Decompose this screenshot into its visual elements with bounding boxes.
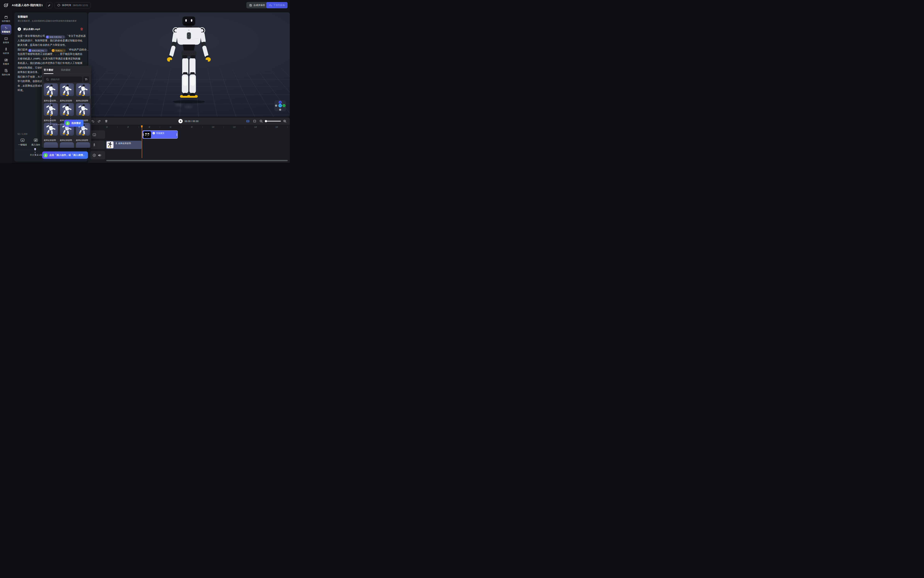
editor-text: 环境。: [18, 89, 25, 92]
material-thumbnail[interactable]: [60, 83, 74, 96]
playhead[interactable]: [141, 125, 143, 158]
editor-text: 用于物流和仓储的自: [60, 53, 83, 55]
tab-divider: [42, 74, 91, 74]
material-thumbnail[interactable]: [76, 83, 90, 96]
sidebar-item-1[interactable]: 动作模仿: [1, 14, 11, 24]
deploy-to-device-button[interactable]: 下发到设备: [266, 2, 288, 8]
delete-clip-button[interactable]: [104, 120, 108, 123]
one-click-arrange-button[interactable]: AI 一键编排: [16, 138, 28, 146]
material-card-label: 超帅走路姿势...: [44, 99, 58, 102]
audio-file-row: 默认名称1.mp3: [18, 27, 84, 31]
tutorial-step-2[interactable]: 2 选择素材: [64, 120, 83, 127]
rename-project-button[interactable]: [46, 2, 52, 8]
editor-text: 包括用于精密制造的工业机械臂、: [18, 53, 55, 55]
timeline-zoom-slider[interactable]: [265, 121, 281, 122]
expression-clip[interactable]: 害羞微笑: [142, 130, 178, 139]
editor-line: 我们提供☺哈哈大笑(10s)×「✦弯腰(5s)×「样化的产品组合，: [18, 47, 85, 52]
ruler-label: 0f: [104, 126, 110, 128]
material-card[interactable]: [60, 103, 74, 116]
sidebar-item-5[interactable]: 音频库: [1, 57, 11, 67]
editor-text: 专注于先进机器: [68, 34, 86, 37]
sidebar-item-label: 音频编排: [2, 31, 10, 33]
sidebar-item-6[interactable]: 我的任务: [1, 67, 11, 77]
motion-track-header[interactable]: [90, 141, 105, 149]
expression-bracket: 「: [66, 34, 68, 37]
viewport-3d[interactable]: Z X Y: [88, 12, 290, 117]
search-icon: [46, 78, 49, 81]
material-card[interactable]: [76, 83, 90, 96]
material-picker-popup: 官方素材 我的素材 超帅走路姿势...超帅走路姿势超帅走路姿势超帅走路姿势超帅走…: [42, 66, 91, 148]
volume-icon[interactable]: [98, 153, 101, 157]
filter-button[interactable]: [83, 76, 89, 82]
motion-clip[interactable]: 超帅走路姿势: [106, 141, 142, 149]
material-card-partial[interactable]: [60, 142, 74, 148]
sidebar-item-label: 动作库: [3, 52, 9, 55]
sidebar-item-label: 表情库: [3, 41, 9, 44]
tab-official-materials[interactable]: 官方素材: [44, 68, 54, 71]
search-input[interactable]: [51, 76, 81, 82]
material-search[interactable]: [44, 76, 82, 82]
material-card-partial[interactable]: [76, 142, 90, 148]
zoom-out-button[interactable]: [259, 120, 263, 123]
redo-button[interactable]: [98, 120, 101, 123]
editor-line: 包括用于精密制造的工业机械臂、」」用于物流和仓储的自: [18, 52, 85, 57]
floppy-icon: [249, 4, 252, 6]
motion-track-icon: [93, 143, 96, 147]
expression-bracket: 」: [47, 39, 50, 42]
audio-play-button[interactable]: [18, 27, 21, 31]
timeline-scrollbar[interactable]: [106, 160, 288, 161]
timeline-controls: 00:00 / 00:30: [88, 117, 290, 125]
person-icon: [4, 47, 8, 51]
expression-tag[interactable]: ☺哈哈大笑(10s)×: [46, 35, 65, 39]
axis-neg-z-dot: [279, 109, 281, 111]
material-card-partial[interactable]: [44, 142, 58, 148]
timeline-play-button[interactable]: [178, 119, 183, 123]
expression-bracket: 「: [48, 48, 51, 51]
material-thumbnail[interactable]: [44, 83, 58, 96]
sidebar-item-3[interactable]: 表情库: [1, 35, 11, 45]
editor-text: 主移动机器人 (AMR)，以及为医疗和酒店业量身定制的服: [18, 57, 80, 60]
zoom-in-button[interactable]: [283, 120, 286, 123]
action-tag-icon: ✦: [52, 49, 55, 52]
material-card-label: 超帅走路姿势: [60, 139, 74, 142]
clip-trim-handle-left[interactable]: [143, 133, 143, 136]
audio-dial-icon: [93, 153, 96, 157]
material-thumbnail[interactable]: [44, 103, 58, 116]
fit-timeline-button[interactable]: [246, 120, 249, 123]
editor-text: 我们提供: [18, 48, 28, 51]
zoom-slider-knob[interactable]: [265, 120, 267, 122]
editor-text: 效率执行复杂任务。: [18, 71, 40, 73]
undo-button[interactable]: [91, 120, 94, 123]
expression-track-header[interactable]: [90, 130, 105, 139]
audio-track-header[interactable]: [90, 151, 105, 159]
axis-gizmo[interactable]: Z X Y: [275, 100, 286, 111]
floor-reflection: [176, 110, 183, 112]
clip-view-button[interactable]: [253, 120, 256, 123]
sidebar-item-2[interactable]: 音频编排: [1, 24, 11, 34]
tutorial-step-1[interactable]: 1 点击「插入动作」或「插入表情」: [42, 151, 88, 159]
synthesize-save-button[interactable]: 合成并保存: [246, 2, 268, 8]
material-card[interactable]: [76, 103, 90, 116]
expression-track-icon: [93, 133, 96, 136]
tab-my-materials[interactable]: 我的素材: [61, 68, 71, 71]
sidebar-item-4[interactable]: 动作库: [1, 46, 11, 56]
popup-scrollbar[interactable]: [90, 84, 90, 99]
project-title: A1机器人动作-我的项目1: [12, 3, 43, 7]
music-icon: [4, 58, 8, 62]
app-logo-icon: [4, 3, 9, 8]
insert-motion-button[interactable]: 插入动作: [30, 138, 42, 146]
clip-trim-handle-right[interactable]: [177, 133, 177, 136]
sparkles-icon: [4, 26, 8, 30]
delete-audio-icon[interactable]: [80, 27, 83, 31]
ruler-label: 2f: [125, 126, 131, 128]
panel-title: 音频编排: [18, 15, 28, 18]
connector-line: [35, 150, 35, 155]
expression-thumbnail: [143, 131, 151, 138]
material-thumbnail[interactable]: [60, 103, 74, 116]
material-thumbnail[interactable]: [76, 103, 90, 116]
material-card[interactable]: [44, 103, 58, 116]
material-card[interactable]: [44, 83, 58, 96]
robot-model[interactable]: [161, 16, 216, 104]
material-card[interactable]: [60, 83, 74, 96]
expression-clip-label: 害羞微笑: [156, 132, 164, 135]
